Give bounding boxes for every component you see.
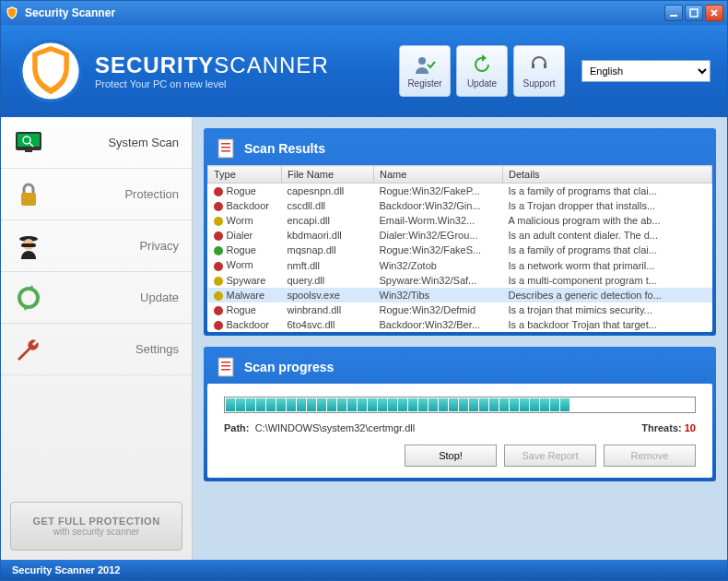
- threats-count: Threats: 10: [641, 422, 696, 433]
- svg-rect-20: [221, 365, 230, 367]
- col-filename[interactable]: File Name: [282, 166, 374, 184]
- sidebar: System Scan Protection Privacy Update Se…: [1, 117, 193, 560]
- statusbar: Security Scanner 2012: [1, 560, 727, 580]
- svg-rect-15: [221, 143, 230, 145]
- table-row[interactable]: Wormencapi.dllEmail-Worm.Win32...A malic…: [208, 213, 712, 228]
- spy-icon: [14, 231, 43, 261]
- col-name[interactable]: Name: [374, 166, 503, 184]
- window-title: Security Scanner: [25, 6, 115, 19]
- scan-progress-panel: Scan progress Path: C:\WINDOWS\system32\…: [204, 347, 716, 481]
- update-button[interactable]: Update: [456, 45, 508, 97]
- shield-icon: [5, 6, 19, 20]
- stop-button[interactable]: Stop!: [405, 445, 497, 467]
- svg-rect-19: [221, 362, 230, 363]
- table-row[interactable]: Roguewinbrand.dllRogue:Win32/DefmidIs a …: [208, 302, 712, 317]
- monitor-scan-icon: [14, 128, 43, 158]
- col-type[interactable]: Type: [208, 166, 282, 184]
- sidebar-item-label: System Scan: [54, 136, 179, 149]
- sidebar-item-label: Update: [54, 290, 179, 304]
- save-report-button[interactable]: Save Report: [504, 445, 596, 467]
- sidebar-item-update[interactable]: Update: [1, 272, 192, 324]
- svg-rect-8: [25, 150, 32, 152]
- titlebar: Security Scanner: [1, 1, 727, 25]
- sidebar-item-settings[interactable]: Settings: [1, 324, 192, 375]
- sidebar-item-label: Protection: [54, 187, 179, 201]
- logo-shield-icon: [18, 38, 84, 104]
- svg-rect-16: [221, 147, 230, 148]
- wrench-icon: [14, 335, 43, 364]
- close-button[interactable]: [705, 5, 723, 21]
- headset-icon: [528, 53, 550, 76]
- svg-rect-17: [221, 150, 230, 152]
- document-list-icon: [215, 137, 237, 160]
- scan-path: Path: C:\WINDOWS\system32\certmgr.dll: [224, 422, 415, 433]
- sidebar-item-system-scan[interactable]: System Scan: [1, 117, 192, 169]
- lock-icon: [14, 180, 43, 209]
- get-full-protection-button[interactable]: GET FULL PROTECTION with security scanne…: [10, 502, 182, 551]
- svg-rect-0: [670, 15, 677, 17]
- register-button[interactable]: Register: [399, 45, 451, 97]
- logo-text: SECURITYSCANNER Protect Your PC on new l…: [95, 53, 329, 89]
- remove-button[interactable]: Remove: [604, 445, 696, 467]
- refresh-icon: [471, 53, 493, 76]
- table-row[interactable]: Backdoor6to4svc.dllBackdoor:Win32/Ber...…: [208, 317, 712, 332]
- sidebar-item-label: Privacy: [54, 239, 179, 253]
- scan-results-panel: Scan Results Type File Name Name Details…: [204, 128, 716, 336]
- sidebar-item-protection[interactable]: Protection: [1, 169, 192, 220]
- table-row[interactable]: Dialerkbdmaori.dllDialer:Win32/EGrou...I…: [208, 228, 712, 243]
- svg-rect-1: [690, 9, 698, 17]
- progress-bar: [224, 397, 696, 413]
- col-details[interactable]: Details: [503, 166, 712, 184]
- support-button[interactable]: Support: [513, 45, 565, 97]
- main-content: Scan Results Type File Name Name Details…: [193, 117, 727, 560]
- svg-rect-14: [218, 139, 233, 158]
- table-row[interactable]: Spywarequery.dllSpyware:Win32/Saf...Is a…: [208, 273, 712, 288]
- document-list-icon: [215, 356, 237, 378]
- user-check-icon: [414, 53, 436, 76]
- svg-point-13: [19, 289, 38, 307]
- table-row[interactable]: Roguemqsnap.dllRogue:Win32/FakeS...Is a …: [208, 243, 712, 257]
- sidebar-item-label: Settings: [54, 342, 179, 356]
- table-row[interactable]: Roguecapesnpn.dllRogue:Win32/FakeP...Is …: [208, 184, 712, 199]
- app-window: Security Scanner SECURITYSCANNER Protect…: [0, 0, 728, 581]
- svg-point-4: [418, 57, 426, 65]
- table-row[interactable]: Malwarespoolsv.exeWin32/TibsDescribes a …: [208, 288, 712, 302]
- sidebar-item-privacy[interactable]: Privacy: [1, 220, 192, 272]
- maximize-button[interactable]: [685, 5, 703, 21]
- svg-rect-21: [221, 369, 230, 371]
- svg-rect-6: [18, 134, 40, 147]
- minimize-button[interactable]: [664, 5, 683, 21]
- language-select[interactable]: English: [581, 60, 710, 82]
- svg-rect-12: [21, 243, 36, 247]
- gear-refresh-icon: [14, 283, 43, 313]
- svg-rect-18: [218, 358, 233, 376]
- header: SECURITYSCANNER Protect Your PC on new l…: [1, 25, 727, 117]
- table-row[interactable]: Wormnmft.dllWin32/ZotobIs a network worm…: [208, 257, 712, 272]
- table-row[interactable]: Backdoorcscdll.dllBackdoor:Win32/Gin...I…: [208, 198, 712, 213]
- results-table: Type File Name Name Details Roguecapesnp…: [207, 165, 712, 332]
- svg-rect-9: [21, 193, 36, 206]
